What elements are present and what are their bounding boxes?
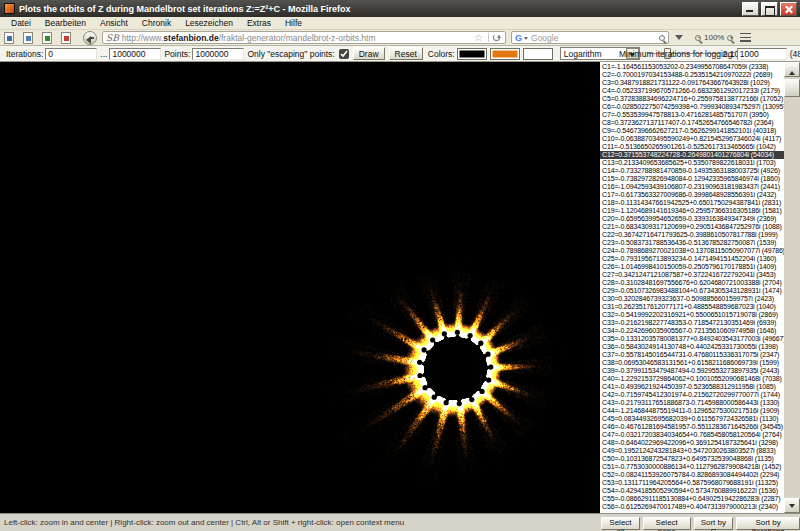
list-item[interactable]: C17=-0.6173563327009686-0.39986489285563… — [600, 191, 784, 199]
list-item[interactable]: C5=0.372838834696224716+0.25597581387721… — [600, 95, 784, 103]
list-item[interactable]: C15=-0.7382972826948084-0.12942335965846… — [600, 175, 784, 183]
sort-by-iterations-button[interactable]: Sort by Iterations — [736, 517, 800, 530]
list-item[interactable]: C44=-1.2146844875519411-0.12965275300217… — [600, 407, 784, 415]
list-item[interactable]: C32=-0.5419992202316921+0.55006510157190… — [600, 311, 784, 319]
bookmarklet-icon-2[interactable] — [23, 32, 33, 44]
search-icon[interactable] — [659, 35, 665, 41]
list-item[interactable]: C12=0.371553748224728-0.2649801401276804… — [600, 151, 784, 159]
list-item[interactable]: C50=-0.103136872547823+0.649573253904886… — [600, 455, 784, 463]
list-item[interactable]: C1=-1.164561153053202-0.2349956708647059… — [600, 63, 784, 71]
list-item[interactable]: C55=-0.08662911185130884+0.6490251942286… — [600, 495, 784, 503]
points-input[interactable] — [192, 48, 244, 60]
select-all-button[interactable]: Select all — [601, 517, 640, 530]
list-item[interactable]: C24=-0.7898689270021038+0.13708115050907… — [600, 247, 784, 255]
list-item[interactable]: C8=0.3723627137117407-0.1745265476654678… — [600, 119, 784, 127]
list-item[interactable]: C31=0.2623517612077171+0.488554885968702… — [600, 303, 784, 311]
list-item[interactable]: C14=-0.7332788981470859-0.14935363188003… — [600, 167, 784, 175]
list-item[interactable]: C38=0.06953046583131561+0.61582116860697… — [600, 359, 784, 367]
scroll-down-icon[interactable] — [784, 498, 800, 513]
list-item[interactable]: C20=-0.6595639954652659-0.33931638493473… — [600, 215, 784, 223]
page-zoom-level[interactable]: 100% — [704, 33, 724, 42]
list-item[interactable]: C25=-0.7931956713893234-0.14714941514522… — [600, 255, 784, 263]
url-bar[interactable]: SB http://www.stefanbion.de/fraktal-gene… — [102, 31, 506, 44]
list-item[interactable]: C13=0.2133409653685625+0.535078982261803… — [600, 159, 784, 167]
list-item[interactable]: C26=-1.0146998410150059-0.25057961701788… — [600, 263, 784, 271]
list-item[interactable]: C40=-1.2292153729864062+0.10010552090681… — [600, 375, 784, 383]
minimize-button[interactable] — [742, 2, 759, 16]
orbit-list[interactable]: C1=-1.164561153053202-0.2349956708647059… — [600, 62, 784, 513]
zoom-out-icon[interactable]: – — [695, 35, 701, 41]
list-item[interactable]: C36=-0.5843024914130748+0.44024253317300… — [600, 343, 784, 351]
list-item[interactable]: C54=-0.4294185505290594+0.57347608899162… — [600, 487, 784, 495]
list-item[interactable]: C39=-0.37991153479487494-0.5929553273897… — [600, 367, 784, 375]
bookmarklet-icon-1[interactable] — [4, 32, 14, 44]
close-button[interactable] — [780, 2, 797, 16]
escaping-checkbox[interactable] — [339, 49, 349, 59]
list-item[interactable]: C43=-0.21793117651886873-0.7145988000586… — [600, 399, 784, 407]
list-item[interactable]: C37=-0.5578145016544731-0.47680115336317… — [600, 351, 784, 359]
list-item[interactable]: C21=-0.6834309317120699+0.29051436847252… — [600, 223, 784, 231]
list-item[interactable]: C53=0.1311711964205564+0.587596807968819… — [600, 479, 784, 487]
color-swatch-orange[interactable] — [490, 48, 520, 60]
iterations-to-input[interactable] — [109, 48, 161, 60]
list-item[interactable]: C49=0.1952124243281843+0.547203026380352… — [600, 447, 784, 455]
url-text[interactable]: http://www.stefanbion.de/fraktal-generat… — [122, 33, 471, 43]
menu-hamburger-icon[interactable] — [740, 33, 751, 42]
color-swatch-white[interactable] — [523, 48, 553, 60]
scroll-up-icon[interactable] — [784, 62, 800, 77]
list-item[interactable]: C9=-0.5467396662627217-0.562629914185210… — [600, 127, 784, 135]
list-item[interactable]: C56=-0.6125269470017489+0.40473139790002… — [600, 503, 784, 511]
menu-item[interactable]: Datei — [4, 18, 38, 28]
back-button[interactable] — [83, 31, 97, 45]
menu-item[interactable]: Ansicht — [93, 18, 135, 28]
search-bar[interactable]: G Google — [511, 31, 669, 44]
list-item[interactable]: C7=-0.553539947578813-0.4716281485751707… — [600, 111, 784, 119]
list-item[interactable]: C47=-0.03217203834034654+0.7685458058120… — [600, 431, 784, 439]
orbit-plot-canvas[interactable] — [0, 62, 600, 513]
select-none-button[interactable]: Select none — [643, 517, 691, 530]
menu-item[interactable]: Extras — [240, 18, 278, 28]
list-item[interactable]: C48=-0.6464022969422096+0.36912541873256… — [600, 439, 784, 447]
bookmarklet-icon-3[interactable] — [42, 32, 52, 44]
search-input[interactable]: Google — [531, 33, 659, 43]
list-item[interactable]: C34=-0.2242696035905567-0.72135610609749… — [600, 327, 784, 335]
list-item[interactable]: C22=0.36742716471793625-0.39886105078177… — [600, 231, 784, 239]
downloads-icon[interactable] — [675, 35, 683, 44]
restore-button[interactable] — [761, 2, 778, 16]
list-item[interactable]: C42=-0.7159745412301974-0.21562720299770… — [600, 391, 784, 399]
list-item[interactable]: C46=-0.46761281694581957-0.5511283671645… — [600, 423, 784, 431]
menu-item[interactable]: Bearbeiten — [38, 18, 93, 28]
list-item[interactable]: C16=-1.0942593439106807-0.23190963181983… — [600, 183, 784, 191]
list-item[interactable]: C35=-0.13312035780081377+0.8492403543177… — [600, 335, 784, 343]
list-item[interactable]: C28=-0.31028481697556676+0.6204680721003… — [600, 279, 784, 287]
sort-by-c-button[interactable]: Sort by C — [694, 517, 734, 530]
list-item[interactable]: C51=-0.7753030000886134+0.11279628799084… — [600, 463, 784, 471]
google-icon[interactable]: G — [515, 33, 522, 43]
bookmarklet-icon-4[interactable] — [61, 32, 71, 44]
min-iterations-input[interactable] — [737, 48, 787, 60]
search-engine-caret-icon[interactable] — [524, 37, 528, 42]
list-item[interactable]: C29=-0.05107326983488104+0.6734305343128… — [600, 287, 784, 295]
color-swatch-black[interactable] — [457, 48, 487, 60]
list-item[interactable]: C11=-0.5136650265901261-0.52526173134656… — [600, 143, 784, 151]
iterations-from-input[interactable] — [45, 48, 97, 60]
reload-icon[interactable] — [493, 34, 500, 41]
list-item[interactable]: C52=-0.08241153926075784-0.8286893084494… — [600, 471, 784, 479]
list-item[interactable]: C6=-0.028502275074259398+0.7999340893475… — [600, 103, 784, 111]
draw-button[interactable]: Draw — [353, 47, 385, 60]
list-item[interactable]: C10=-0.06388703495590249+0.8215452967346… — [600, 135, 784, 143]
list-item[interactable]: C27=0.3421247121087587+0.372241672279204… — [600, 271, 784, 279]
menu-item[interactable]: Lesezeichen — [178, 18, 240, 28]
list-item[interactable]: C33=-0.2162198227748353-0.71854721303514… — [600, 319, 784, 327]
zoom-in-icon[interactable]: + — [727, 35, 733, 41]
menu-item[interactable]: Hilfe — [278, 18, 309, 28]
reset-button[interactable]: Reset — [389, 47, 423, 60]
menu-item[interactable]: Chronik — [135, 18, 178, 28]
list-item[interactable]: C23=-0.5083731788536436-0.51367852827500… — [600, 239, 784, 247]
list-item[interactable]: C3=0.3487918821731122-0.0917643667643928… — [600, 79, 784, 87]
scrollbar-thumb[interactable] — [784, 79, 800, 97]
orbit-plot-area[interactable] — [0, 62, 600, 513]
list-item[interactable]: C41=-0.4939621924450397-0.52365883129119… — [600, 383, 784, 391]
list-scrollbar[interactable] — [784, 62, 800, 513]
list-item[interactable]: C18=-0.11314347661942525+0.6501750294387… — [600, 199, 784, 207]
